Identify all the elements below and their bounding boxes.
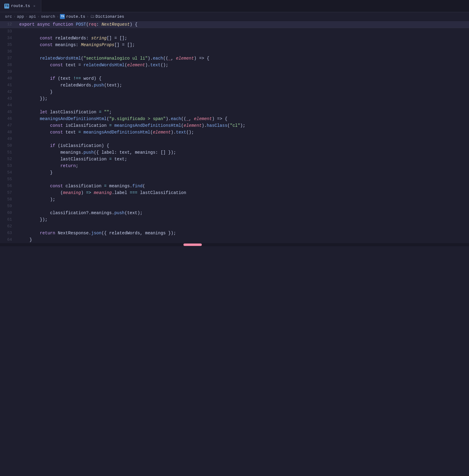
code-line: 63 return NextResponse.json({ relatedWor… [0, 230, 469, 236]
horizontal-scrollbar[interactable] [0, 243, 469, 246]
line-code-35: const meanings: MeaningsProps[] = []; [17, 42, 469, 48]
breadcrumb-dict-icon: 🗂 [90, 14, 94, 19]
line-num-48: 48 [0, 129, 17, 136]
breadcrumb-ts-icon: TS [60, 14, 65, 19]
code-line: 48 const text = meaningsAndDefinitionsHt… [0, 129, 469, 136]
line-num-42: 42 [0, 89, 17, 95]
line-num-37: 37 [0, 55, 17, 62]
code-line: 60 classification?.meanings.push(text); [0, 210, 469, 216]
line-code-40: if (text !== word) { [17, 75, 469, 82]
line-num-44: 44 [0, 102, 17, 109]
line-code-44 [17, 102, 469, 109]
code-line: 46 meaningsAndDefinitionsHtml("p.signifi… [0, 115, 469, 122]
line-code-48: const text = meaningsAndDefinitionsHtml(… [17, 129, 469, 136]
breadcrumb-sep-2: › [25, 14, 28, 19]
line-code-52: lastClassification = text; [17, 156, 469, 163]
line-code-37: relatedWordsHtml("section#analogico ul l… [17, 55, 469, 62]
code-line: 56 const classification = meanings.find( [0, 183, 469, 189]
line-num-50: 50 [0, 142, 17, 149]
breadcrumb-sep-4: › [56, 14, 59, 19]
line-num-63: 63 [0, 230, 17, 236]
line-num-57: 57 [0, 189, 17, 196]
code-line: 59 [0, 203, 469, 210]
breadcrumb: src › app › api › search › TS route.ts ›… [0, 12, 469, 21]
line-num-41: 41 [0, 82, 17, 89]
code-line: 39 [0, 68, 469, 75]
line-code-43: }); [17, 95, 469, 102]
line-code-41: relatedWords.push(text); [17, 82, 469, 89]
breadcrumb-route[interactable]: route.ts [66, 14, 85, 19]
file-tab[interactable]: TS route.ts ✕ [0, 0, 41, 12]
line-num-62: 62 [0, 223, 17, 230]
code-line: 50 if (isClassification) { [0, 142, 469, 149]
line-num-33: 33 [0, 28, 17, 35]
line-num-40: 40 [0, 75, 17, 82]
line-num-36: 36 [0, 48, 17, 55]
code-line: 42 } [0, 89, 469, 95]
line-num-54: 54 [0, 169, 17, 176]
line-code-62 [17, 223, 469, 230]
code-line: 37 relatedWordsHtml("section#analogico u… [0, 55, 469, 62]
code-line: 49 [0, 136, 469, 142]
code-line: 38 const text = relatedWordsHtml(element… [0, 62, 469, 68]
line-code-64: } [17, 236, 469, 243]
line-code-54: } [17, 169, 469, 176]
breadcrumb-api[interactable]: api [29, 14, 36, 19]
line-num-52: 52 [0, 156, 17, 163]
line-num-34: 34 [0, 35, 17, 42]
line-num-43: 43 [0, 95, 17, 102]
line-code-51: meanings.push({ label: text, meanings: [… [17, 149, 469, 156]
line-code-56: const classification = meanings.find( [17, 183, 469, 189]
code-line: 55 [0, 176, 469, 183]
tab-close-button[interactable]: ✕ [32, 4, 37, 9]
line-code-57: (meaning) => meaning.label === lastClass… [17, 189, 469, 196]
breadcrumb-app[interactable]: app [17, 14, 24, 19]
line-code-63: return NextResponse.json({ relatedWords,… [17, 230, 469, 236]
code-line: 33 [0, 28, 469, 35]
code-line: 58 ); [0, 196, 469, 203]
line-code-55 [17, 176, 469, 183]
tab-bar: TS route.ts ✕ [0, 0, 469, 12]
tab-filename: route.ts [11, 4, 30, 8]
line-num-64: 64 [0, 236, 17, 243]
line-code-61: }); [17, 216, 469, 223]
code-line: 53 return; [0, 163, 469, 169]
line-num-60: 60 [0, 210, 17, 216]
line-num-49: 49 [0, 136, 17, 142]
line-code-42: } [17, 89, 469, 95]
code-line: 44 [0, 102, 469, 109]
sticky-header-line: 12 export async function POST(req: NextR… [0, 21, 469, 28]
breadcrumb-sep-3: › [37, 14, 40, 19]
code-line: 47 const isClassification = meaningsAndD… [0, 122, 469, 129]
breadcrumb-src[interactable]: src [5, 14, 12, 19]
scrollbar-thumb[interactable] [183, 243, 202, 246]
line-code-47: const isClassification = meaningsAndDefi… [17, 122, 469, 129]
code-line: 41 relatedWords.push(text); [0, 82, 469, 89]
breadcrumb-search[interactable]: search [41, 14, 55, 19]
code-line: 62 [0, 223, 469, 230]
line-num-58: 58 [0, 196, 17, 203]
code-line: 45 let lastClassification = ""; [0, 109, 469, 115]
code-editor: 33 34 const relatedWords: string[] = [];… [0, 28, 469, 243]
code-line: 51 meanings.push({ label: text, meanings… [0, 149, 469, 156]
line-code-39 [17, 68, 469, 75]
code-line: 40 if (text !== word) { [0, 75, 469, 82]
line-num-53: 53 [0, 163, 17, 169]
code-line: 57 (meaning) => meaning.label === lastCl… [0, 189, 469, 196]
breadcrumb-sep-1: › [13, 14, 16, 19]
line-code-49 [17, 136, 469, 142]
code-line: 35 const meanings: MeaningsProps[] = []; [0, 42, 469, 48]
line-code-36 [17, 48, 469, 55]
breadcrumb-sep-5: › [87, 14, 89, 19]
line-code-34: const relatedWords: string[] = []; [17, 35, 469, 42]
line-code-58: ); [17, 196, 469, 203]
code-line: 64 } [0, 236, 469, 243]
line-num-38: 38 [0, 62, 17, 68]
line-num-35: 35 [0, 42, 17, 48]
code-line: 54 } [0, 169, 469, 176]
line-num-39: 39 [0, 68, 17, 75]
line-num-45: 45 [0, 109, 17, 115]
breadcrumb-dictionaries[interactable]: Dictionaries [96, 14, 124, 19]
code-line: 61 }); [0, 216, 469, 223]
line-code-50: if (isClassification) { [17, 142, 469, 149]
